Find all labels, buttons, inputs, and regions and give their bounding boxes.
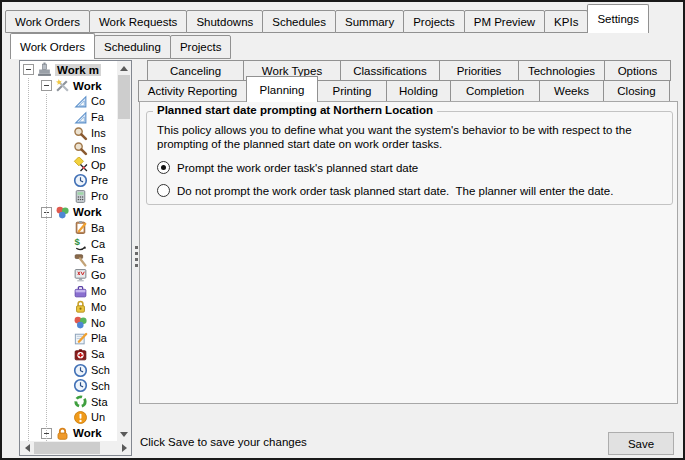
tree-item-label: Op: [91, 159, 106, 171]
horizontal-scroll-thumb[interactable]: [34, 442, 100, 454]
radio-option-label: Prompt the work order task's planned sta…: [177, 162, 418, 174]
tree-item-sch-19[interactable]: Sch: [20, 362, 117, 378]
tree-guide-line: [46, 94, 47, 441]
tab-shutdowns[interactable]: Shutdowns: [186, 10, 263, 33]
radio-option-1[interactable]: Prompt the work order task's planned sta…: [157, 161, 418, 174]
tab-kpis[interactable]: KPIs: [544, 10, 588, 33]
tree-item-un-22[interactable]: Un: [20, 410, 117, 426]
tree-item-no-16[interactable]: No: [20, 315, 117, 331]
settings-tab-control: CancelingWork TypesClassificationsPriori…: [139, 60, 678, 404]
tree-item-work-m-0[interactable]: Work m: [20, 62, 117, 78]
tab-printing[interactable]: Printing: [317, 80, 387, 102]
tab-completion[interactable]: Completion: [450, 80, 540, 102]
tab-planning[interactable]: Planning: [246, 76, 318, 102]
settings-tab-row-1: CancelingWork TypesClassificationsPriori…: [148, 60, 671, 81]
tab-classifications[interactable]: Classifications: [340, 60, 440, 81]
tree-item-pro-8[interactable]: Pro: [20, 188, 117, 204]
tree-item-ins-4[interactable]: Ins: [20, 125, 117, 141]
planned-start-date-groupbox: Planned start date prompting at Northern…: [146, 111, 673, 205]
groupbox-title: Planned start date prompting at Northern…: [153, 104, 437, 116]
tree-item-sta-21[interactable]: Sta: [20, 394, 117, 410]
tree-item-label: Pro: [91, 190, 108, 202]
tree-item-sch-20[interactable]: Sch: [20, 378, 117, 394]
policy-description: This policy allows you to define what yo…: [157, 123, 681, 151]
vertical-scroll-thumb[interactable]: [118, 75, 130, 119]
tab-scheduling[interactable]: Scheduling: [94, 35, 171, 59]
collapse-expander-icon[interactable]: [23, 64, 34, 75]
sparkle-icon: [73, 157, 88, 172]
tree-horizontal-scrollbar[interactable]: [20, 441, 131, 455]
orange-lock-icon: [55, 426, 70, 441]
svg-text:$: $: [75, 236, 81, 247]
tree-item-label: Ins: [91, 143, 106, 155]
tab-work-requests[interactable]: Work Requests: [89, 10, 187, 33]
dollar-icon: $: [73, 236, 88, 251]
scroll-right-button[interactable]: [117, 441, 131, 455]
tab-work-orders[interactable]: Work Orders: [10, 33, 95, 59]
tab-options[interactable]: Options: [604, 60, 671, 81]
tab-work-orders[interactable]: Work Orders: [5, 10, 90, 33]
tree-item-label: Mo: [91, 285, 106, 297]
tree-item-mo-15[interactable]: Mo: [20, 299, 117, 315]
tab-activity-reporting[interactable]: Activity Reporting: [138, 80, 247, 102]
radio-option-label: Do not prompt the work order task planne…: [177, 185, 613, 197]
radio-selected-icon[interactable]: [157, 161, 170, 174]
magnifier-icon: [73, 126, 88, 141]
arrow-left-icon: [21, 444, 30, 452]
tab-schedules[interactable]: Schedules: [262, 10, 336, 33]
set-square-icon: [73, 110, 88, 125]
tab-weeks[interactable]: Weeks: [539, 80, 604, 102]
tab-technologies[interactable]: Technologies: [518, 60, 605, 81]
hammer-icon: [73, 252, 88, 267]
tree-item-label: Pre: [91, 174, 108, 186]
save-button[interactable]: Save: [608, 432, 674, 455]
radio-unselected-icon[interactable]: [157, 184, 170, 197]
tree-item-go-13[interactable]: Go: [20, 267, 117, 283]
scroll-left-button[interactable]: [20, 441, 34, 455]
tree-vertical-scrollbar[interactable]: [117, 61, 131, 441]
tab-canceling[interactable]: Canceling: [147, 60, 244, 81]
tab-priorities[interactable]: Priorities: [439, 60, 519, 81]
balls-icon: [55, 205, 70, 220]
tree-item-ba-10[interactable]: Ba: [20, 220, 117, 236]
tree-item-label: Sch: [91, 380, 110, 392]
tab-projects[interactable]: Projects: [170, 35, 232, 59]
tree-item-fa-3[interactable]: Fa: [20, 109, 117, 125]
tree-item-label: Un: [91, 411, 105, 423]
tree-item-work-1[interactable]: Work: [20, 78, 117, 94]
tree-item-pre-7[interactable]: Pre: [20, 173, 117, 189]
clock-icon: [73, 363, 88, 378]
tree-item-work-23[interactable]: Work: [20, 425, 117, 441]
recycle-icon: [73, 394, 88, 409]
tab-pm-preview[interactable]: PM Preview: [464, 10, 545, 33]
tree-item-label: Ca: [91, 238, 105, 250]
collapse-expander-icon[interactable]: [41, 80, 52, 91]
tree-item-co-2[interactable]: Co: [20, 94, 117, 110]
tree-item-label: Work: [73, 427, 102, 439]
magnifier-icon: [73, 141, 88, 156]
tools-icon: [55, 78, 70, 93]
tab-settings[interactable]: Settings: [587, 4, 649, 33]
status-message: Click Save to save your changes: [140, 436, 307, 448]
tree-item-label: Work m: [55, 64, 101, 76]
tree-item-work-9[interactable]: Work: [20, 204, 117, 220]
tree-item-ca-11[interactable]: $Ca: [20, 236, 117, 252]
tab-projects[interactable]: Projects: [403, 10, 465, 33]
tree-item-label: Co: [91, 95, 105, 107]
scroll-up-button[interactable]: [117, 61, 131, 75]
tab-holding[interactable]: Holding: [386, 80, 451, 102]
tree-item-pla-17[interactable]: Pla: [20, 331, 117, 347]
sub-tab-strip: Work OrdersSchedulingProjects: [10, 33, 231, 59]
tree-item-mo-14[interactable]: Mo: [20, 283, 117, 299]
tree-item-fa-12[interactable]: Fa: [20, 252, 117, 268]
balls-icon: [73, 315, 88, 330]
tree-item-sa-18[interactable]: Sa: [20, 346, 117, 362]
tree-item-ins-5[interactable]: Ins: [20, 141, 117, 157]
tab-closing[interactable]: Closing: [603, 80, 670, 102]
tree-item-label: Pla: [91, 332, 107, 344]
scroll-down-button[interactable]: [117, 427, 131, 441]
tab-summary[interactable]: Summary: [335, 10, 404, 33]
tree-item-op-6[interactable]: Op: [20, 157, 117, 173]
arrow-up-icon: [120, 62, 128, 71]
radio-option-2[interactable]: Do not prompt the work order task planne…: [157, 184, 613, 197]
